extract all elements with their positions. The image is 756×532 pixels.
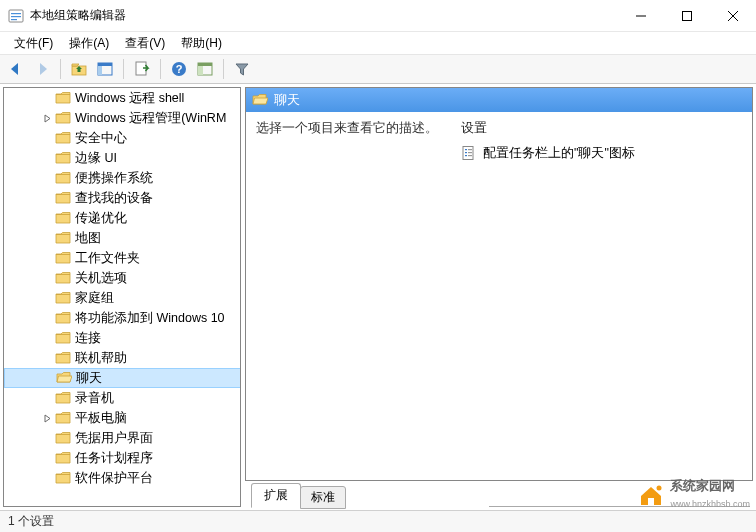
- expand-icon: [40, 311, 54, 325]
- description-column: 选择一个项目来查看它的描述。: [246, 112, 451, 480]
- tree-item-label: 安全中心: [75, 130, 127, 147]
- export-list-button[interactable]: [130, 57, 154, 81]
- expand-icon: [40, 291, 54, 305]
- expand-icon: [40, 351, 54, 365]
- tree-item[interactable]: 边缘 UI: [4, 148, 241, 168]
- tree-item[interactable]: 凭据用户界面: [4, 428, 241, 448]
- expand-icon: [40, 131, 54, 145]
- tree-item[interactable]: 连接: [4, 328, 241, 348]
- svg-rect-4: [683, 11, 692, 20]
- tree-item[interactable]: 安全中心: [4, 128, 241, 148]
- tree-item-label: Windows 远程 shell: [75, 90, 184, 107]
- menu-action[interactable]: 操作(A): [61, 33, 117, 54]
- folder-icon: [55, 311, 71, 325]
- tree-item-label: 软件保护平台: [75, 470, 153, 487]
- tree-item-label: 查找我的设备: [75, 190, 153, 207]
- content-area: Windows 远程 shell Windows 远程管理(WinRM 安全中心…: [0, 84, 756, 510]
- svg-rect-21: [468, 155, 472, 156]
- filter-button[interactable]: [230, 57, 254, 81]
- expand-icon: [40, 251, 54, 265]
- policy-icon: [461, 145, 477, 161]
- expand-icon: [40, 451, 54, 465]
- svg-rect-13: [198, 63, 212, 66]
- forward-button[interactable]: [30, 57, 54, 81]
- tree-item[interactable]: 查找我的设备: [4, 188, 241, 208]
- svg-rect-8: [98, 66, 102, 75]
- settings-column-header: 设置: [461, 120, 742, 137]
- settings-column: 设置 配置任务栏上的"聊天"图标: [451, 112, 752, 480]
- right-pane: 聊天 选择一个项目来查看它的描述。 设置: [245, 87, 753, 507]
- folder-icon: [55, 271, 71, 285]
- expand-icon: [40, 271, 54, 285]
- expand-icon: [40, 151, 54, 165]
- menu-help[interactable]: 帮助(H): [173, 33, 230, 54]
- statusbar-text: 1 个设置: [8, 513, 54, 530]
- menu-file[interactable]: 文件(F): [6, 33, 61, 54]
- tree-item-label: 联机帮助: [75, 350, 127, 367]
- close-button[interactable]: [710, 0, 756, 31]
- tree-item-label: 边缘 UI: [75, 150, 117, 167]
- tab-extended[interactable]: 扩展: [251, 483, 301, 508]
- tree-item[interactable]: 平板电脑: [4, 408, 241, 428]
- tree-item-label: 传递优化: [75, 210, 127, 227]
- tree-item-label: 任务计划程序: [75, 450, 153, 467]
- minimize-button[interactable]: [618, 0, 664, 31]
- back-button[interactable]: [4, 57, 28, 81]
- tree-item[interactable]: 地图: [4, 228, 241, 248]
- folder-icon: [55, 411, 71, 425]
- tree-item[interactable]: 关机选项: [4, 268, 241, 288]
- tree-item[interactable]: 聊天: [4, 368, 241, 388]
- folder-icon: [55, 351, 71, 365]
- description-prompt: 选择一个项目来查看它的描述。: [256, 121, 438, 135]
- setting-item[interactable]: 配置任务栏上的"聊天"图标: [461, 143, 742, 163]
- svg-rect-17: [468, 149, 472, 150]
- menubar: 文件(F) 操作(A) 查看(V) 帮助(H): [0, 32, 756, 54]
- expand-icon: [40, 471, 54, 485]
- tree-item[interactable]: Windows 远程管理(WinRM: [4, 108, 241, 128]
- tab-standard[interactable]: 标准: [300, 486, 346, 509]
- maximize-button[interactable]: [664, 0, 710, 31]
- help-button[interactable]: ?: [167, 57, 191, 81]
- folder-icon: [55, 451, 71, 465]
- tree-item[interactable]: 录音机: [4, 388, 241, 408]
- folder-icon: [55, 91, 71, 105]
- tree-pane[interactable]: Windows 远程 shell Windows 远程管理(WinRM 安全中心…: [3, 87, 241, 507]
- app-icon: [8, 8, 24, 24]
- expand-icon[interactable]: [40, 411, 54, 425]
- folder-icon: [55, 211, 71, 225]
- extended-view-button[interactable]: [193, 57, 217, 81]
- details-header-title: 聊天: [274, 91, 300, 109]
- toolbar-separator: [123, 59, 124, 79]
- menu-view[interactable]: 查看(V): [117, 33, 173, 54]
- folder-icon: [55, 131, 71, 145]
- tree-item-label: 聊天: [76, 370, 102, 387]
- svg-rect-19: [468, 152, 472, 153]
- folder-icon: [55, 471, 71, 485]
- tree-item-label: 家庭组: [75, 290, 114, 307]
- tree-item[interactable]: 传递优化: [4, 208, 241, 228]
- details-body: 选择一个项目来查看它的描述。 设置: [246, 112, 752, 480]
- svg-rect-7: [98, 63, 112, 66]
- tree-item[interactable]: 家庭组: [4, 288, 241, 308]
- tree-item-label: 连接: [75, 330, 101, 347]
- toolbar-separator: [223, 59, 224, 79]
- expand-icon: [40, 91, 54, 105]
- tree-item[interactable]: 便携操作系统: [4, 168, 241, 188]
- tree-item[interactable]: 软件保护平台: [4, 468, 241, 488]
- expand-icon[interactable]: [40, 111, 54, 125]
- details-header: 聊天: [246, 88, 752, 112]
- svg-rect-1: [11, 13, 21, 14]
- tree-item[interactable]: 任务计划程序: [4, 448, 241, 468]
- tree-item[interactable]: 将功能添加到 Windows 10: [4, 308, 241, 328]
- expand-icon: [40, 191, 54, 205]
- tree-item[interactable]: 工作文件夹: [4, 248, 241, 268]
- folder-icon: [55, 191, 71, 205]
- setting-item-label: 配置任务栏上的"聊天"图标: [483, 145, 635, 162]
- up-folder-button[interactable]: [67, 57, 91, 81]
- statusbar: 1 个设置: [0, 510, 756, 532]
- show-hide-tree-button[interactable]: [93, 57, 117, 81]
- folder-open-icon: [56, 371, 72, 385]
- tree-item[interactable]: 联机帮助: [4, 348, 241, 368]
- tree-item[interactable]: Windows 远程 shell: [4, 88, 241, 108]
- window-controls: [618, 0, 756, 31]
